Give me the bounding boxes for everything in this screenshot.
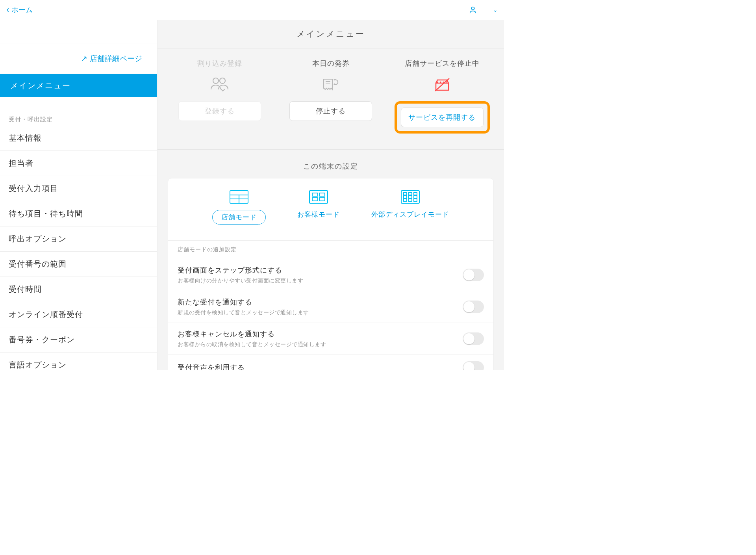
setting-title: 新たな受付を通知する bbox=[178, 297, 456, 307]
sidebar-item-online-queue[interactable]: オンライン順番受付 bbox=[0, 302, 157, 327]
sidebar-item-call-option[interactable]: 呼出オプション bbox=[0, 226, 157, 252]
svg-rect-8 bbox=[309, 191, 328, 203]
tab-display-mode[interactable]: 外部ディスプレイモード bbox=[371, 190, 449, 225]
page-title: メインメニュー bbox=[158, 20, 504, 48]
mode-tabs: 店舗モード お客様モード 外部ディスプレイモード bbox=[168, 178, 493, 240]
highlight-ring: サービスを再開する bbox=[395, 101, 490, 134]
external-link-icon: ↗ bbox=[81, 54, 87, 63]
svg-rect-15 bbox=[409, 193, 412, 195]
actions-row: 割り込み登録 登録する 本日の発券 bbox=[158, 48, 504, 150]
register-button: 登録する bbox=[178, 101, 261, 121]
ticket-refresh-icon bbox=[321, 77, 340, 93]
setting-desc: 新規の受付を検知して音とメッセージで通知します bbox=[178, 309, 456, 316]
chevron-left-icon: ‹ bbox=[6, 5, 9, 15]
action-ticket: 本日の発券 停止する bbox=[282, 59, 380, 134]
svg-rect-19 bbox=[414, 196, 417, 198]
tab-customer-label: お客様モード bbox=[297, 210, 340, 219]
svg-rect-12 bbox=[319, 198, 325, 201]
sidebar-item-number-range[interactable]: 受付番号の範囲 bbox=[0, 252, 157, 277]
sidebar-item-language[interactable]: 言語オプション bbox=[0, 353, 157, 370]
display-mode-icon bbox=[401, 190, 420, 204]
main-menu-label: メインメニュー bbox=[10, 80, 71, 91]
sidebar-item-ticket-coupon[interactable]: 番号券・クーポン bbox=[0, 327, 157, 353]
sidebar-item-staff[interactable]: 担当者 bbox=[0, 151, 157, 176]
tab-store-label: 店舗モード bbox=[212, 210, 266, 225]
setting-title: 受付音声を利用する bbox=[178, 363, 456, 370]
tab-display-label: 外部ディスプレイモード bbox=[371, 210, 449, 219]
toggle-cancel-notify[interactable] bbox=[463, 332, 484, 345]
setting-desc: お客様からの取消を検知して音とメッセージで通知します bbox=[178, 341, 456, 348]
back-label: ホーム bbox=[11, 5, 33, 15]
setting-title: お客様キャンセルを通知する bbox=[178, 329, 456, 339]
chevron-down-icon[interactable]: ⌄ bbox=[493, 7, 498, 13]
user-icon[interactable] bbox=[469, 6, 477, 14]
store-detail-label: 店舗詳細ページ bbox=[90, 54, 142, 64]
customer-mode-icon bbox=[309, 190, 328, 204]
svg-rect-16 bbox=[414, 193, 417, 195]
action-interrupt-label: 割り込み登録 bbox=[197, 59, 242, 68]
back-button[interactable]: ‹ ホーム bbox=[6, 5, 33, 15]
tab-customer-mode[interactable]: お客様モード bbox=[297, 190, 340, 225]
sidebar-item-wait-time[interactable]: 待ち項目・待ち時間 bbox=[0, 201, 157, 226]
sidebar-item-basic-info[interactable]: 基本情報 bbox=[0, 126, 157, 151]
svg-rect-14 bbox=[404, 193, 407, 195]
action-service: 店舗サービスを停止中 サービスを再開する bbox=[393, 59, 491, 134]
svg-rect-21 bbox=[409, 199, 412, 201]
toggle-voice[interactable] bbox=[463, 361, 484, 370]
setting-title: 受付画面をステップ形式にする bbox=[178, 265, 456, 275]
setting-row-step-form: 受付画面をステップ形式にする お客様向けの分かりやすい受付画面に変更します bbox=[168, 259, 493, 291]
main-pane: メインメニュー 割り込み登録 登録する 本日の発券 bbox=[158, 20, 504, 370]
svg-rect-18 bbox=[409, 196, 412, 198]
toggle-new-notify[interactable] bbox=[463, 301, 484, 313]
action-service-label: 店舗サービスを停止中 bbox=[405, 59, 480, 68]
tab-store-mode[interactable]: 店舗モード bbox=[212, 190, 266, 225]
store-mode-icon bbox=[230, 190, 248, 204]
sidebar-blank bbox=[0, 20, 157, 43]
svg-rect-17 bbox=[404, 196, 407, 198]
svg-point-2 bbox=[220, 78, 225, 84]
svg-rect-20 bbox=[404, 199, 407, 201]
svg-rect-22 bbox=[414, 199, 417, 201]
svg-rect-9 bbox=[312, 193, 318, 196]
sidebar-item-reception-hours[interactable]: 受付時間 bbox=[0, 277, 157, 302]
sidebar-item-main-menu[interactable]: メインメニュー bbox=[0, 74, 157, 97]
people-icon bbox=[209, 77, 230, 93]
sidebar-item-input-fields[interactable]: 受付入力項目 bbox=[0, 176, 157, 201]
sidebar: ↗ 店舗詳細ページ メインメニュー 受付・呼出設定 基本情報 担当者 受付入力項… bbox=[0, 20, 158, 370]
device-card: 店舗モード お客様モード 外部ディスプレイモード bbox=[168, 178, 494, 370]
svg-point-1 bbox=[213, 78, 219, 84]
svg-rect-11 bbox=[312, 198, 318, 201]
sidebar-section-heading: 受付・呼出設定 bbox=[0, 116, 157, 126]
toggle-step-form[interactable] bbox=[463, 269, 484, 281]
store-closed-icon bbox=[433, 77, 452, 93]
action-interrupt: 割り込み登録 登録する bbox=[170, 59, 269, 134]
setting-row-voice: 受付音声を利用する bbox=[168, 355, 493, 370]
settings-sub-heading: 店舗モードの追加設定 bbox=[168, 240, 493, 259]
restart-service-button[interactable]: サービスを再開する bbox=[401, 108, 484, 127]
setting-row-cancel-notify: お客様キャンセルを通知する お客様からの取消を検知して音とメッセージで通知します bbox=[168, 323, 493, 355]
stop-button[interactable]: 停止する bbox=[289, 101, 372, 121]
action-ticket-label: 本日の発券 bbox=[312, 59, 350, 68]
sidebar-gap bbox=[0, 97, 157, 116]
svg-rect-10 bbox=[319, 193, 325, 196]
svg-point-0 bbox=[471, 7, 474, 9]
setting-row-new-notify: 新たな受付を通知する 新規の受付を検知して音とメッセージで通知します bbox=[168, 291, 493, 323]
store-detail-link[interactable]: ↗ 店舗詳細ページ bbox=[0, 43, 157, 74]
device-heading: この端末の設定 bbox=[158, 150, 504, 178]
setting-desc: お客様向けの分かりやすい受付画面に変更します bbox=[178, 277, 456, 284]
